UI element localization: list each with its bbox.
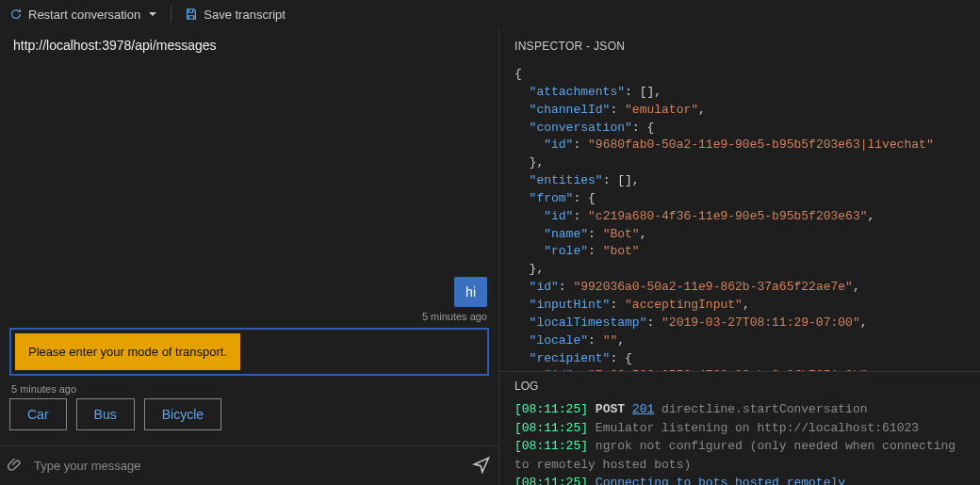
- restart-icon: [9, 8, 23, 21]
- log-line: [08:11:25] ngrok not configured (only ne…: [514, 437, 965, 474]
- save-icon: [185, 8, 198, 21]
- user-message-bubble[interactable]: hi: [454, 277, 487, 307]
- attach-icon[interactable]: [8, 456, 24, 476]
- restart-conversation-button[interactable]: Restart conversation: [9, 8, 140, 22]
- user-message-timestamp: 5 minutes ago: [422, 311, 487, 322]
- save-label: Save transcript: [204, 8, 286, 22]
- toolbar-separator: [171, 6, 172, 23]
- bot-message-bubble: Please enter your mode of transport.: [15, 333, 240, 370]
- log-link[interactable]: Connecting to bots hosted remotely: [596, 476, 845, 485]
- log-line: [08:11:25] POST 201 directline.startConv…: [514, 400, 965, 419]
- chat-pane: http://localhost:3978/api/messages hi 5 …: [0, 28, 499, 485]
- message-input[interactable]: [34, 459, 465, 473]
- log-body[interactable]: [08:11:25] POST 201 directline.startConv…: [499, 396, 980, 485]
- right-pane: INSPECTOR - JSON { "attachments": [], "c…: [499, 28, 980, 485]
- choice-car-button[interactable]: Car: [9, 398, 67, 430]
- chat-history: hi 5 minutes ago Please enter your mode …: [0, 64, 498, 445]
- save-transcript-button[interactable]: Save transcript: [185, 8, 286, 22]
- http-status-link[interactable]: 201: [632, 402, 654, 416]
- user-message-row: hi 5 minutes ago: [8, 277, 491, 322]
- inspector-json[interactable]: { "attachments": [], "channelId": "emula…: [499, 60, 980, 371]
- log-line: [08:11:25] Emulator listening on http://…: [514, 419, 965, 438]
- choice-row: Car Bus Bicycle: [8, 395, 491, 438]
- toolbar: Restart conversation Save transcript: [0, 0, 980, 28]
- bot-message-timestamp: 5 minutes ago: [11, 383, 487, 395]
- send-icon[interactable]: [472, 455, 491, 477]
- log-line: [08:11:25] Connecting to bots hosted rem…: [514, 474, 965, 485]
- log-title: LOG: [499, 371, 980, 396]
- message-composer: [0, 445, 498, 485]
- choice-bicycle-button[interactable]: Bicycle: [144, 398, 221, 430]
- inspector-title: INSPECTOR - JSON: [499, 28, 980, 60]
- restart-label: Restart conversation: [28, 8, 140, 22]
- restart-dropdown-icon[interactable]: [148, 8, 157, 22]
- choice-bus-button[interactable]: Bus: [76, 398, 135, 430]
- endpoint-url: http://localhost:3978/api/messages: [0, 28, 498, 64]
- bot-message-selected[interactable]: Please enter your mode of transport.: [9, 328, 489, 376]
